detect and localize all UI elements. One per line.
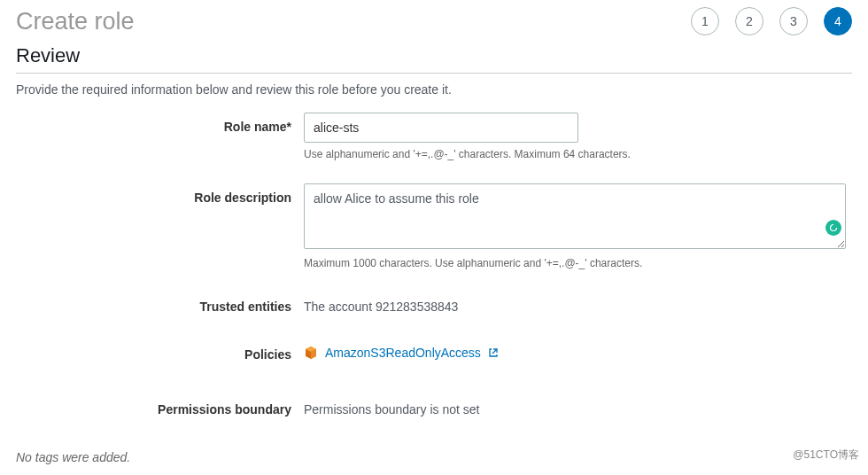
role-name-help: Use alphanumeric and '+=,.@-_' character…: [304, 148, 852, 160]
step-2[interactable]: 2: [735, 7, 763, 35]
permissions-boundary-value: Permissions boundary is not set: [304, 395, 852, 417]
wizard-steps: 1 2 3 4: [691, 7, 852, 35]
role-description-label: Role description: [16, 183, 304, 205]
section-description: Provide the required information below a…: [16, 82, 852, 97]
assist-badge-icon[interactable]: [825, 220, 841, 236]
box-icon: [304, 346, 318, 360]
role-description-help: Maximum 1000 characters. Use alphanumeri…: [304, 257, 852, 269]
step-4[interactable]: 4: [824, 7, 852, 35]
trusted-entities-label: Trusted entities: [16, 292, 304, 314]
role-description-textarea[interactable]: [304, 183, 846, 249]
policy-link[interactable]: AmazonS3ReadOnlyAccess: [325, 346, 499, 360]
step-3[interactable]: 3: [779, 7, 808, 35]
policy-link-text: AmazonS3ReadOnlyAccess: [325, 346, 481, 360]
role-name-input[interactable]: [304, 113, 578, 143]
tags-footer-text: No tags were added.: [16, 450, 130, 464]
external-link-icon: [488, 347, 499, 357]
section-title: Review: [16, 44, 852, 74]
role-name-label: Role name*: [16, 113, 304, 134]
trusted-entities-value: The account 921283538843: [304, 292, 852, 314]
permissions-boundary-label: Permissions boundary: [16, 395, 304, 417]
step-1[interactable]: 1: [691, 7, 719, 35]
page-title: Create role: [16, 8, 135, 35]
watermark-text: @51CTO博客: [793, 448, 859, 463]
policies-label: Policies: [16, 340, 304, 362]
